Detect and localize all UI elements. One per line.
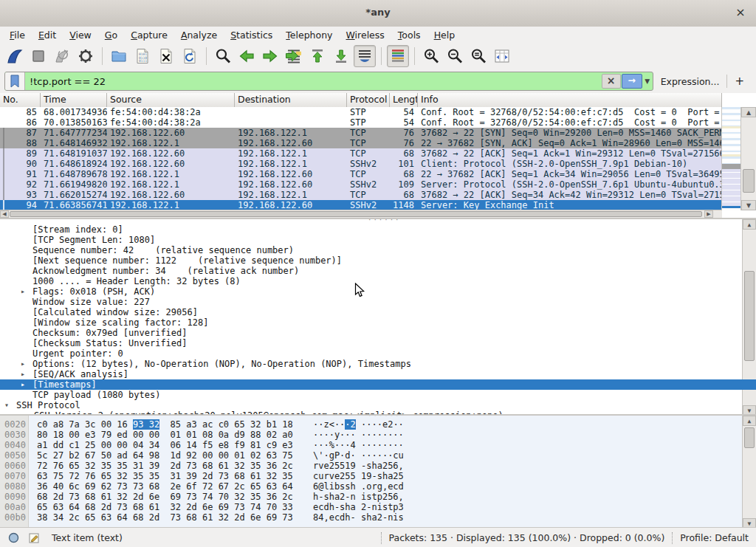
- scroll-thumb[interactable]: [743, 169, 755, 193]
- packet-row-88[interactable]: 8871.648146932192.168.122.1192.168.122.6…: [0, 138, 722, 148]
- column-header-info[interactable]: Info: [418, 93, 722, 107]
- hex-bytes[interactable]: 80 18 00 e3 79 ed 00 00 01 01 08 0a d9 8…: [37, 430, 293, 440]
- detail-line[interactable]: 1000 .... = Header Length: 32 bytes (8): [0, 276, 756, 286]
- menu-tools[interactable]: Tools: [391, 28, 427, 42]
- detail-line[interactable]: [TCP Segment Len: 1080]: [0, 235, 756, 245]
- go-forward-button[interactable]: [259, 45, 281, 67]
- zoom-original-button[interactable]: [467, 45, 489, 67]
- expander-closed-icon[interactable]: ▸: [21, 369, 25, 379]
- hex-bytes[interactable]: c0 a8 7a 3c 00 16 93 32 85 a3 ac c0 65 3…: [37, 419, 293, 430]
- menu-file[interactable]: File: [3, 28, 32, 42]
- expander-closed-icon[interactable]: ▸: [21, 379, 25, 390]
- scroll-right-arrow[interactable]: ▶: [704, 210, 713, 218]
- column-header-time[interactable]: Time: [41, 93, 107, 107]
- hex-row-0050[interactable]: 00505c 27 b2 67 50 ad 64 98 1d 92 00 00 …: [0, 450, 756, 461]
- detail-line[interactable]: Checksum: 0x79ed [unverified]: [0, 328, 756, 338]
- hex-bytes[interactable]: a1 dd c1 25 00 00 04 34 06 14 f5 e8 f9 8…: [37, 440, 293, 450]
- splitter-handle[interactable]: ······: [368, 414, 401, 418]
- detail-line[interactable]: [Checksum Status: Unverified]: [0, 338, 756, 348]
- packet-row-86[interactable]: 8670.013850163fe:54:00:d4:38:2aSTP54Conf…: [0, 117, 722, 128]
- packet-row-89[interactable]: 8971.648191037192.168.122.60192.168.122.…: [0, 148, 722, 159]
- scroll-left-arrow[interactable]: ◀: [0, 210, 9, 218]
- packet-row-87[interactable]: 8771.647777234192.168.122.60192.168.122.…: [0, 128, 722, 138]
- detail-line[interactable]: [Window size scaling factor: 128]: [0, 317, 756, 328]
- detail-line[interactable]: Acknowledgment number: 34 (relative ack …: [0, 266, 756, 276]
- hscroll-thumb[interactable]: [10, 211, 702, 217]
- menu-edit[interactable]: Edit: [32, 28, 63, 42]
- ascii-bytes[interactable]: 6@libssh .org,ecd: [313, 481, 404, 492]
- filter-apply-button[interactable]: →: [622, 74, 642, 89]
- ascii-bytes[interactable]: ····y··· ········: [313, 430, 404, 440]
- capture-options-button[interactable]: [75, 45, 97, 67]
- packet-minimap[interactable]: [721, 107, 741, 210]
- reload-file-button[interactable]: [179, 45, 201, 67]
- column-header-length[interactable]: Length: [390, 93, 418, 107]
- hex-row-0040[interactable]: 0040a1 dd c1 25 00 00 04 34 06 14 f5 e8 …: [0, 440, 756, 450]
- auto-scroll-button[interactable]: [354, 45, 376, 67]
- ascii-bytes[interactable]: curve255 19-sha25: [313, 471, 404, 481]
- packet-row-91[interactable]: 9171.648789678192.168.122.1192.168.122.6…: [0, 169, 722, 179]
- expander-closed-icon[interactable]: ▸: [21, 359, 25, 369]
- resize-columns-button[interactable]: [491, 45, 513, 67]
- hex-row-0070[interactable]: 007063 75 72 76 65 32 35 35 31 39 2d 73 …: [0, 471, 756, 481]
- hex-bytes[interactable]: 36 40 6c 69 62 73 73 68 2e 6f 72 67 2c 6…: [37, 481, 293, 492]
- detail-line[interactable]: [Stream index: 0]: [0, 224, 756, 235]
- detail-line[interactable]: Window size value: 227: [0, 297, 756, 307]
- hex-row-00a0[interactable]: 00a065 63 64 68 2d 73 68 61 32 2d 6e 69 …: [0, 502, 756, 512]
- scroll-thumb[interactable]: [744, 427, 755, 448]
- expander-open-icon[interactable]: ▾: [4, 400, 9, 410]
- scroll-down-arrow[interactable]: ▼: [741, 200, 756, 210]
- hex-row-0020[interactable]: 0020c0 a8 7a 3c 00 16 93 32 85 a3 ac c0 …: [0, 419, 756, 430]
- scroll-down-arrow[interactable]: ▼: [743, 518, 756, 527]
- ascii-bytes[interactable]: 84,ecdh- sha2-nis: [313, 512, 404, 523]
- ascii-bytes[interactable]: h-sha2-n istp256,: [313, 492, 404, 502]
- close-window-button[interactable]: ×: [732, 4, 749, 21]
- go-back-button[interactable]: [236, 45, 258, 67]
- menu-analyze[interactable]: Analyze: [174, 28, 224, 42]
- display-filter-input[interactable]: !tcp.port == 22 × → ▼: [4, 72, 653, 91]
- zoom-in-button[interactable]: [420, 45, 442, 67]
- filter-dropdown-caret[interactable]: ▼: [642, 78, 653, 85]
- hex-row-0080[interactable]: 008036 40 6c 69 62 73 73 68 2e 6f 72 67 …: [0, 481, 756, 492]
- splitter-handle[interactable]: ······: [368, 219, 401, 222]
- detail-line[interactable]: ▸[SEQ/ACK analysis]: [0, 369, 756, 379]
- column-header-source[interactable]: Source: [107, 93, 235, 107]
- menu-statistics[interactable]: Statistics: [224, 28, 279, 42]
- profile-status[interactable]: Profile: Default: [680, 532, 749, 543]
- packet-row-94[interactable]: 9471.663856741192.168.122.1192.168.122.6…: [0, 200, 722, 210]
- menu-go[interactable]: Go: [98, 28, 124, 42]
- ascii-bytes[interactable]: ···%···4 ········: [313, 440, 404, 450]
- menu-telephony[interactable]: Telephony: [279, 28, 339, 42]
- restart-capture-button[interactable]: [51, 45, 73, 67]
- scroll-up-arrow[interactable]: ▲: [743, 416, 756, 426]
- detail-line[interactable]: ▸Options: (12 bytes), No-Operation (NOP)…: [0, 359, 756, 369]
- detail-line[interactable]: TCP payload (1080 bytes): [0, 390, 756, 400]
- hex-row-0090[interactable]: 009068 2d 73 68 61 32 2d 6e 69 73 74 70 …: [0, 492, 756, 502]
- column-header-no[interactable]: No.: [0, 93, 41, 107]
- capture-comment-button[interactable]: [27, 531, 41, 545]
- column-header-destination[interactable]: Destination: [235, 93, 347, 107]
- ascii-bytes[interactable]: ··z<···2 ····e2··: [313, 419, 404, 430]
- hex-bytes[interactable]: 63 75 72 76 65 32 35 35 31 39 2d 73 68 6…: [37, 471, 293, 481]
- save-file-button[interactable]: 010101100111: [131, 45, 154, 67]
- detail-line[interactable]: Urgent pointer: 0: [0, 348, 756, 359]
- filter-bookmark-button[interactable]: [5, 72, 25, 90]
- open-file-button[interactable]: [108, 45, 130, 67]
- packet-row-90[interactable]: 9071.648618924192.168.122.60192.168.122.…: [0, 159, 722, 169]
- packet-row-93[interactable]: 9371.662015274192.168.122.60192.168.122.…: [0, 190, 722, 200]
- packet-row-85[interactable]: 8568.001734936fe:54:00:d4:38:2aSTP54Conf…: [0, 107, 722, 117]
- hex-bytes[interactable]: 38 34 2c 65 63 64 68 2d 73 68 61 32 2d 6…: [37, 512, 293, 523]
- colorize-packets-button[interactable]: [387, 45, 409, 67]
- find-packet-button[interactable]: [212, 45, 234, 67]
- go-to-bottom-button[interactable]: [330, 45, 352, 67]
- menu-view[interactable]: View: [63, 28, 98, 42]
- hex-row-0060[interactable]: 006072 76 65 32 35 35 31 39 2d 73 68 61 …: [0, 461, 756, 471]
- stop-capture-button[interactable]: [27, 45, 49, 67]
- packet-list-vscrollbar[interactable]: ▲ ▼: [740, 107, 756, 210]
- hex-bytes[interactable]: 72 76 65 32 35 35 31 39 2d 73 68 61 32 3…: [37, 461, 293, 471]
- ascii-bytes[interactable]: ecdh-sha 2-nistp3: [313, 502, 404, 512]
- expression-button[interactable]: Expression...: [653, 76, 727, 87]
- hex-row-00b0[interactable]: 00b038 34 2c 65 63 64 68 2d 73 68 61 32 …: [0, 512, 756, 523]
- go-to-top-button[interactable]: [306, 45, 329, 67]
- expert-info-button[interactable]: [6, 531, 21, 545]
